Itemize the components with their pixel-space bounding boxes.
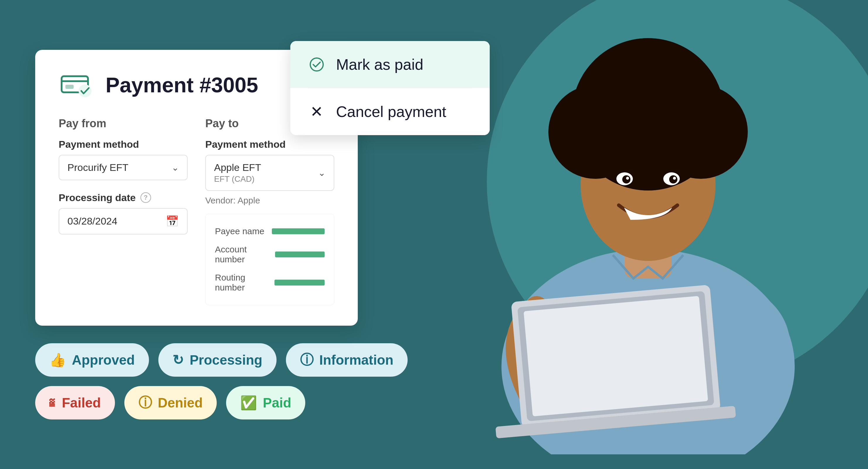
pay-from-method-label: Payment method bbox=[59, 139, 188, 150]
svg-point-10 bbox=[622, 175, 630, 184]
pay-from-section: Pay from Payment method Procurify EFT ⌄ … bbox=[59, 117, 188, 305]
processing-badge[interactable]: ↻ Processing bbox=[158, 343, 277, 377]
information-label: Information bbox=[319, 352, 394, 368]
mark-as-paid-label: Mark as paid bbox=[336, 56, 424, 73]
paid-badge[interactable]: ✅ Paid bbox=[226, 386, 305, 419]
x-circle-icon: ⩰ bbox=[49, 395, 56, 411]
failed-badge[interactable]: ⩰ Failed bbox=[35, 386, 115, 419]
cancel-payment-label: Cancel payment bbox=[336, 103, 446, 121]
cancel-payment-item[interactable]: ✕ Cancel payment bbox=[290, 88, 490, 135]
payee-name-label: Payee name bbox=[215, 226, 264, 236]
routing-number-row: Routing number bbox=[215, 269, 324, 296]
payee-name-value bbox=[272, 228, 324, 234]
routing-number-label: Routing number bbox=[215, 273, 275, 292]
processing-date-field[interactable]: 03/28/2024 📅 bbox=[59, 208, 188, 234]
processing-date-header: Processing date ? bbox=[59, 192, 188, 204]
svg-point-8 bbox=[604, 41, 692, 129]
info-icon: ⓘ bbox=[138, 394, 152, 412]
mark-as-paid-item[interactable]: Mark as paid bbox=[290, 41, 490, 88]
chevron-down-icon: ⌄ bbox=[172, 162, 179, 173]
denied-badge[interactable]: ⓘ Denied bbox=[124, 386, 217, 419]
thumbs-up-icon: 👍 bbox=[49, 352, 66, 368]
info-circle-icon: ⓘ bbox=[300, 351, 313, 369]
pay-to-method-line2: EFT (CAD) bbox=[214, 175, 261, 184]
svg-point-13 bbox=[669, 175, 677, 184]
processing-date-info-icon[interactable]: ? bbox=[141, 192, 151, 203]
information-badge[interactable]: ⓘ Information bbox=[286, 343, 408, 377]
account-number-row: Account number bbox=[215, 240, 324, 269]
x-icon: ✕ bbox=[308, 103, 326, 121]
payment-title: Payment #3005 bbox=[105, 73, 258, 97]
refresh-icon: ↻ bbox=[173, 352, 184, 368]
check-circle-paid-icon: ✅ bbox=[240, 395, 257, 411]
bank-details: Payee name Account number Routing number bbox=[205, 214, 334, 305]
account-number-label: Account number bbox=[215, 245, 275, 264]
failed-label: Failed bbox=[62, 395, 101, 411]
calendar-icon: 📅 bbox=[166, 215, 179, 227]
person-image bbox=[443, 15, 853, 454]
pay-to-method-select[interactable]: Apple EFT EFT (CAD) ⌄ bbox=[205, 155, 334, 191]
payment-body: Pay from Payment method Procurify EFT ⌄ … bbox=[59, 117, 334, 305]
vendor-label: Vendor: Apple bbox=[205, 195, 334, 206]
approved-label: Approved bbox=[72, 352, 135, 368]
account-number-value bbox=[275, 251, 324, 257]
processing-date-label: Processing date bbox=[59, 192, 136, 204]
payment-card: Mark as paid ✕ Cancel payment Payment #3… bbox=[35, 50, 358, 326]
status-badges: 👍 Approved ↻ Processing ⓘ Information ⩰ … bbox=[35, 343, 434, 419]
badges-row-2: ⩰ Failed ⓘ Denied ✅ Paid bbox=[35, 386, 434, 419]
svg-rect-17 bbox=[523, 296, 708, 416]
dropdown-menu: Mark as paid ✕ Cancel payment bbox=[290, 41, 490, 135]
svg-point-11 bbox=[626, 177, 629, 180]
svg-rect-22 bbox=[65, 85, 73, 89]
svg-point-14 bbox=[673, 177, 676, 180]
check-circle-icon bbox=[308, 56, 326, 73]
pay-from-label: Pay from bbox=[59, 117, 188, 130]
payee-name-row: Payee name bbox=[215, 222, 324, 240]
processing-date-value: 03/28/2024 bbox=[67, 215, 117, 227]
pay-to-section: Pay to Payment method Apple EFT EFT (CAD… bbox=[205, 117, 334, 305]
processing-label: Processing bbox=[190, 352, 262, 368]
chevron-down-icon-2: ⌄ bbox=[318, 168, 326, 178]
badges-row-1: 👍 Approved ↻ Processing ⓘ Information bbox=[35, 343, 434, 377]
left-content: Mark as paid ✕ Cancel payment Payment #3… bbox=[0, 0, 469, 469]
payment-icon bbox=[59, 70, 94, 100]
svg-point-19 bbox=[310, 58, 323, 71]
approved-badge[interactable]: 👍 Approved bbox=[35, 343, 149, 377]
pay-to-method-line1: Apple EFT bbox=[214, 162, 261, 173]
pay-from-method-value: Procurify EFT bbox=[67, 162, 128, 173]
routing-number-value bbox=[275, 280, 324, 285]
pay-to-method-label: Payment method bbox=[205, 139, 334, 150]
paid-label: Paid bbox=[263, 395, 291, 411]
denied-label: Denied bbox=[158, 395, 203, 411]
pay-from-method-select[interactable]: Procurify EFT ⌄ bbox=[59, 155, 188, 180]
